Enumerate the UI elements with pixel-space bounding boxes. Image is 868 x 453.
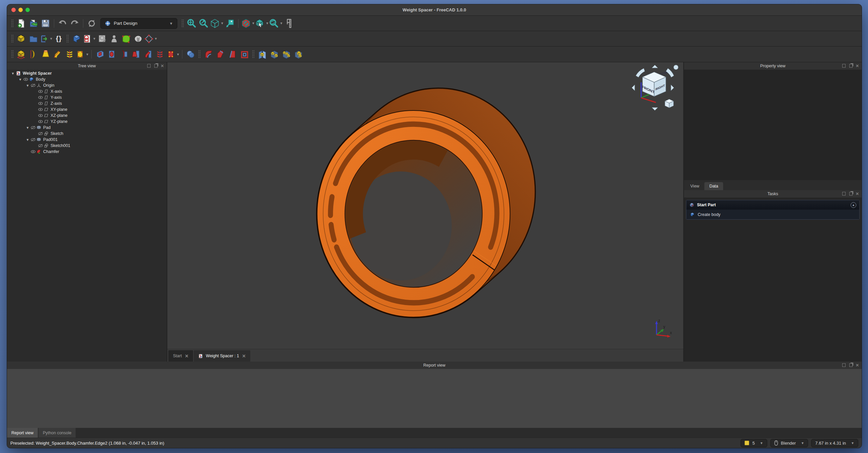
tree-item-body[interactable]: ▼ Body bbox=[7, 76, 167, 82]
refresh-button[interactable] bbox=[86, 17, 98, 30]
create-part-button[interactable] bbox=[16, 32, 27, 45]
caret-expanded-icon[interactable]: ▼ bbox=[25, 126, 30, 129]
fit-all-button[interactable] bbox=[186, 17, 198, 30]
tree-item-origin[interactable]: ▼ Origin bbox=[7, 82, 167, 88]
chamfer-button[interactable] bbox=[215, 48, 226, 61]
groove-button[interactable] bbox=[118, 48, 130, 61]
tab-weight-spacer[interactable]: Weight Spacer : 1 ✕ bbox=[194, 350, 250, 362]
fit-selection-button[interactable] bbox=[198, 17, 210, 30]
additive-helix-button[interactable] bbox=[64, 48, 75, 61]
nav-arrow-up[interactable] bbox=[652, 65, 658, 68]
3d-viewport[interactable]: TOP FRONT RIGHT bbox=[167, 62, 683, 349]
caret-expanded-icon[interactable]: ▼ bbox=[18, 78, 23, 81]
nav-arrow-right[interactable] bbox=[671, 85, 674, 91]
save-button[interactable] bbox=[39, 17, 52, 30]
navigation-style-dropdown[interactable]: Blender ▼ bbox=[770, 439, 808, 447]
tree-item-weight-spacer[interactable]: ▼ Weight Spacer bbox=[7, 70, 167, 76]
thickness-button[interactable] bbox=[239, 48, 251, 61]
close-panel-icon[interactable]: ✕ bbox=[856, 364, 859, 367]
boolean-button[interactable] bbox=[185, 48, 197, 61]
collapse-chevron-icon[interactable]: ▲ bbox=[850, 202, 856, 208]
map-sketch-button[interactable] bbox=[120, 32, 132, 45]
caret-expanded-icon[interactable]: ▼ bbox=[25, 138, 30, 142]
validate-sketch-button[interactable] bbox=[108, 32, 120, 45]
style-dropdown[interactable]: 5 ▼ bbox=[741, 439, 767, 447]
close-panel-icon[interactable]: ✕ bbox=[161, 64, 164, 68]
subtractive-loft-button[interactable] bbox=[130, 48, 142, 61]
float-panel-icon[interactable] bbox=[842, 363, 845, 367]
create-datum-button[interactable]: ▼ bbox=[144, 32, 158, 45]
caret-expanded-icon[interactable]: ▼ bbox=[25, 84, 30, 87]
toolbar-drag-handle[interactable] bbox=[11, 19, 14, 28]
task-group-start-part[interactable]: Start Part ▲ bbox=[686, 200, 859, 210]
tree-item-yz-plane[interactable]: YZ-plane bbox=[7, 119, 167, 125]
detach-panel-icon[interactable] bbox=[849, 192, 852, 195]
subtractive-sweep-button[interactable] bbox=[142, 48, 154, 61]
pocket-button[interactable] bbox=[94, 48, 106, 61]
measure-button[interactable] bbox=[283, 17, 295, 30]
additive-primitive-button[interactable]: ▼ bbox=[75, 48, 89, 61]
float-panel-icon[interactable] bbox=[842, 192, 845, 195]
isometric-view-button[interactable]: ▼ bbox=[210, 17, 224, 30]
tree-item-y-axis[interactable]: Y-axis bbox=[7, 94, 167, 100]
detach-panel-icon[interactable] bbox=[154, 64, 158, 68]
create-sketch-button[interactable]: ▼ bbox=[83, 32, 96, 45]
fillet-button[interactable] bbox=[203, 48, 215, 61]
float-panel-icon[interactable] bbox=[842, 64, 845, 68]
tree-item-xz-plane[interactable]: XZ-plane bbox=[7, 113, 167, 119]
float-panel-icon[interactable] bbox=[147, 64, 151, 68]
nav-rotate-ccw[interactable] bbox=[636, 68, 645, 77]
edit-sketch-button[interactable] bbox=[96, 32, 108, 45]
box-selection-button[interactable]: ▼ bbox=[255, 17, 269, 30]
create-group-button[interactable] bbox=[27, 32, 39, 45]
tree-item-x-axis[interactable]: X-axis bbox=[7, 88, 167, 94]
nav-arrow-left[interactable] bbox=[632, 85, 635, 91]
close-tab-icon[interactable]: ✕ bbox=[185, 354, 188, 359]
multitransform-button[interactable] bbox=[292, 48, 305, 61]
navigation-cube[interactable]: TOP FRONT RIGHT bbox=[630, 64, 680, 113]
dimensions-dropdown[interactable]: 7.67 in x 4.31 in ▼ bbox=[811, 439, 858, 447]
additive-loft-button[interactable] bbox=[39, 48, 52, 61]
tree-item-chamfer[interactable]: Chamfer bbox=[7, 149, 167, 155]
expressions-button[interactable]: {} bbox=[53, 32, 65, 45]
clipping-plane-button[interactable] bbox=[224, 17, 236, 30]
pad-button[interactable] bbox=[16, 48, 27, 61]
detach-panel-icon[interactable] bbox=[849, 363, 852, 367]
create-body-button[interactable] bbox=[71, 32, 83, 45]
new-file-button[interactable] bbox=[16, 17, 27, 30]
draft-button[interactable] bbox=[226, 48, 239, 61]
revolution-button[interactable] bbox=[27, 48, 39, 61]
tree-item-sketch001[interactable]: Sketch001 bbox=[7, 143, 167, 149]
close-tab-icon[interactable]: ✕ bbox=[242, 354, 246, 359]
subtractive-helix-button[interactable] bbox=[154, 48, 166, 61]
mirrored-button[interactable] bbox=[256, 48, 268, 61]
additive-sweep-button[interactable] bbox=[52, 48, 64, 61]
subtractive-primitive-button[interactable]: ▼ bbox=[166, 48, 180, 61]
tree-item-z-axis[interactable]: Z-axis bbox=[7, 100, 167, 107]
tree-item-xy-plane[interactable]: XY-plane bbox=[7, 107, 167, 113]
tab-view[interactable]: View bbox=[685, 182, 704, 190]
shape-binder-button[interactable] bbox=[132, 32, 144, 45]
nav-dot[interactable] bbox=[674, 65, 678, 70]
tree-item-sketch[interactable]: Sketch bbox=[7, 130, 167, 137]
tree-item-pad[interactable]: ▼ Pad bbox=[7, 125, 167, 130]
make-link-button[interactable]: ▼ bbox=[39, 32, 53, 45]
task-create-body[interactable]: Create body bbox=[686, 210, 859, 219]
tab-start[interactable]: Start ✕ bbox=[168, 350, 193, 362]
nav-arrow-down[interactable] bbox=[652, 108, 658, 111]
linear-pattern-button[interactable] bbox=[268, 48, 280, 61]
tab-report-view[interactable]: Report view bbox=[7, 428, 38, 437]
weight-spacer-model[interactable] bbox=[167, 62, 683, 349]
tab-data[interactable]: Data bbox=[704, 182, 723, 190]
draw-style-button[interactable]: ▼ bbox=[241, 17, 255, 30]
close-panel-icon[interactable]: ✕ bbox=[856, 64, 859, 68]
nav-mini-cube[interactable] bbox=[665, 99, 674, 108]
hole-button[interactable] bbox=[106, 48, 118, 61]
sync-view-button[interactable]: ▼ bbox=[269, 17, 283, 30]
tab-python-console[interactable]: Python console bbox=[38, 428, 75, 437]
redo-button[interactable] bbox=[69, 17, 81, 30]
workbench-selector[interactable]: Part Design ▼ bbox=[100, 18, 177, 29]
undo-button[interactable] bbox=[57, 17, 69, 30]
polar-pattern-button[interactable] bbox=[280, 48, 292, 61]
open-file-button[interactable] bbox=[27, 17, 39, 30]
